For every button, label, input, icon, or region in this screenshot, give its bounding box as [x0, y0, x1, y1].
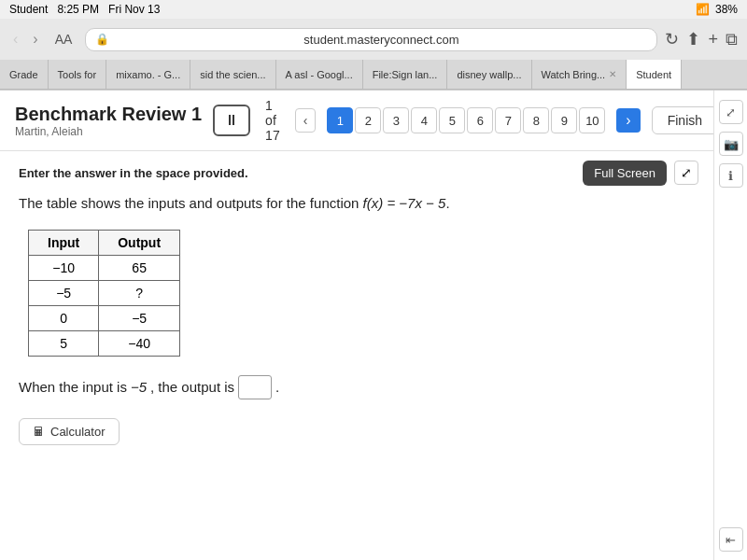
lock-icon: 🔒	[95, 33, 109, 46]
table-cell: −5	[29, 280, 99, 305]
function-expression: f(x) = −7x − 5	[363, 195, 446, 211]
page-num-5[interactable]: 5	[439, 107, 465, 133]
tab-sid[interactable]: sid the scien...	[190, 60, 275, 89]
assessment-subtitle: Martin, Aleiah	[15, 125, 202, 138]
table-cell: 5	[29, 330, 99, 356]
tab-student[interactable]: Student	[627, 60, 682, 89]
page-num-9[interactable]: 9	[551, 107, 577, 133]
table-cell: 0	[29, 305, 99, 330]
table-row: −5 ?	[29, 280, 180, 305]
assessment-title-block: Benchmark Review 1 Martin, Aleiah	[15, 104, 202, 138]
page-num-2[interactable]: 2	[355, 107, 381, 133]
pause-button[interactable]: ⏸	[213, 105, 250, 136]
info-tool-button[interactable]: ℹ	[719, 163, 743, 188]
tab-bar: Grade Tools for mixamo. - G... sid the s…	[0, 60, 747, 90]
expand-icon: ⤢	[681, 165, 692, 180]
question-text-part1: The table shows the inputs and outputs f…	[19, 195, 363, 211]
table-cell: −5	[99, 305, 180, 330]
page-num-8[interactable]: 8	[523, 107, 549, 133]
table-row: 5 −40	[29, 330, 180, 356]
info-icon: ℹ	[728, 169, 733, 183]
tab-grade[interactable]: Grade	[0, 60, 49, 89]
camera-icon: 📷	[724, 137, 739, 151]
table-row: 0 −5	[29, 305, 180, 330]
url-text: student.masteryconnect.com	[115, 33, 647, 47]
assessment-header: Benchmark Review 1 Martin, Aleiah ⏸ 1 of…	[0, 91, 713, 151]
expand-tool-button[interactable]: ⤢	[719, 100, 743, 124]
expand-tool-icon: ⤢	[726, 105, 736, 119]
fullscreen-button[interactable]: Full Screen	[583, 161, 667, 186]
content-area: Benchmark Review 1 Martin, Aleiah ⏸ 1 of…	[0, 91, 747, 560]
calculator-label: Calculator	[50, 425, 106, 439]
forward-button[interactable]: ›	[29, 29, 41, 49]
answer-input[interactable]	[238, 375, 272, 399]
table-row: −10 65	[29, 255, 180, 280]
function-table: Input Output −10 65 −5 ? 0 −5	[28, 230, 180, 357]
question-text-part2: .	[445, 195, 449, 211]
main-panel: Benchmark Review 1 Martin, Aleiah ⏸ 1 of…	[0, 91, 713, 560]
tab-bring[interactable]: Watch Bring... ✕	[532, 60, 627, 89]
prev-page-button[interactable]: ‹	[295, 108, 317, 133]
calculator-icon: 🖩	[33, 425, 45, 439]
assessment-title: Benchmark Review 1	[15, 104, 202, 125]
browser-chrome: ‹ › AA 🔒 student.masteryconnect.com ↻ ⬆ …	[0, 19, 747, 91]
tab-asl[interactable]: A asl - Googl...	[276, 60, 363, 89]
page-num-3[interactable]: 3	[383, 107, 409, 133]
table-cell: ?	[99, 280, 180, 305]
right-sidebar: ⤢ 📷 ℹ ⇤	[713, 91, 747, 560]
fullscreen-icon-button[interactable]: ⤢	[674, 161, 698, 185]
tab-tools[interactable]: Tools for	[49, 60, 107, 89]
tab-mixamo[interactable]: mixamo. - G...	[106, 60, 190, 89]
time: 8:25 PM	[57, 3, 99, 16]
browser-toolbar: ‹ › AA 🔒 student.masteryconnect.com ↻ ⬆ …	[0, 19, 747, 60]
table-cell: −10	[29, 255, 99, 280]
answer-text-part2: , the output is	[150, 379, 234, 395]
table-cell: −40	[99, 330, 180, 356]
tabs-button[interactable]: ⧉	[726, 30, 738, 49]
back-button[interactable]: ‹	[9, 29, 21, 49]
date: Fri Nov 13	[108, 3, 160, 16]
refresh-button[interactable]: ↻	[665, 29, 679, 49]
answer-line: When the input is −5 , the output is .	[19, 375, 695, 399]
page-indicator: 1 of 17	[261, 98, 284, 143]
answer-text-part1: When the input is	[19, 379, 127, 395]
new-tab-button[interactable]: +	[708, 30, 718, 49]
status-bar: Student 8:25 PM Fri Nov 13 📶 38%	[0, 0, 747, 19]
page-num-10[interactable]: 10	[579, 107, 605, 133]
table-header-output: Output	[99, 230, 180, 255]
page-num-4[interactable]: 4	[411, 107, 437, 133]
wifi-icon: 📶	[696, 3, 710, 16]
table-cell: 65	[99, 255, 180, 280]
table-header-input: Input	[29, 230, 99, 255]
camera-tool-button[interactable]: 📷	[719, 132, 743, 156]
page-num-6[interactable]: 6	[467, 107, 493, 133]
answer-period: .	[275, 379, 279, 395]
collapse-icon: ⇤	[726, 533, 736, 547]
question-area: Full Screen ⤢ Enter the answer in the sp…	[0, 151, 713, 560]
reader-mode-button[interactable]: AA	[49, 30, 78, 49]
page-num-1[interactable]: 1	[327, 107, 353, 133]
battery: 38%	[715, 3, 738, 16]
question-text: The table shows the inputs and outputs f…	[19, 193, 695, 215]
address-bar[interactable]: 🔒 student.masteryconnect.com	[85, 28, 657, 51]
tab-file[interactable]: File:Sign lan...	[363, 60, 448, 89]
page-num-7[interactable]: 7	[495, 107, 521, 133]
finish-button[interactable]: Finish	[652, 106, 713, 134]
app-name: Student	[9, 3, 48, 16]
next-page-button[interactable]: ›	[616, 108, 640, 133]
collapse-sidebar-button[interactable]: ⇤	[719, 527, 743, 552]
page-numbers: 1 2 3 4 5 6 7 8 9 10	[327, 107, 605, 133]
answer-value: −5	[131, 379, 147, 395]
tab-close-icon[interactable]: ✕	[609, 69, 616, 79]
calculator-button[interactable]: 🖩 Calculator	[19, 418, 120, 445]
share-button[interactable]: ⬆	[686, 29, 700, 49]
tab-disney[interactable]: disney wallp...	[447, 60, 531, 89]
